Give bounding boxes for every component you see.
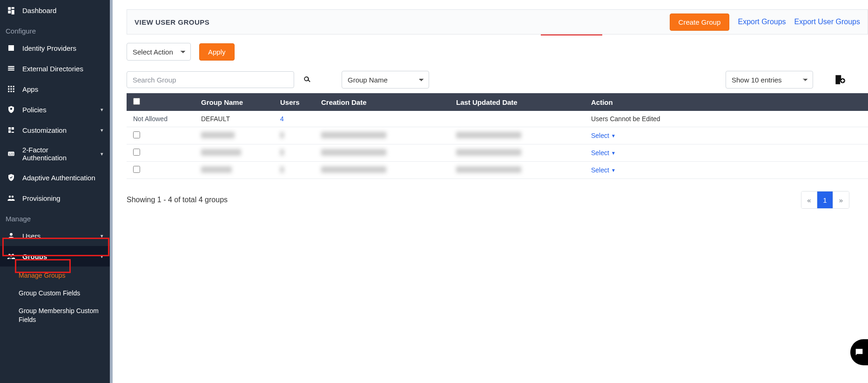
palette-icon bbox=[7, 125, 16, 135]
export-groups-link[interactable]: Export Groups bbox=[738, 18, 786, 26]
sidebar-item-external-directories[interactable]: External Directories bbox=[0, 58, 110, 79]
sidebar-label: Groups bbox=[22, 253, 47, 260]
action-toolbar: Select Action Apply bbox=[127, 43, 868, 61]
filter-row: Group Name Show 10 entries bbox=[127, 71, 868, 89]
table-row: Not Allowed DEFAULT 4 Users Cannot be Ed… bbox=[127, 111, 868, 127]
page-title: VIEW USER GROUPS bbox=[135, 18, 209, 26]
sidebar-label: Policies bbox=[22, 106, 47, 114]
th-last-updated[interactable]: Last Updated Date bbox=[451, 93, 586, 111]
th-users[interactable]: Users bbox=[276, 93, 316, 111]
caret-down-icon: ▼ bbox=[611, 133, 616, 138]
list-footer: Showing 1 - 4 of total 4 groups « 1 » bbox=[127, 191, 868, 209]
cell-not-allowed: Not Allowed bbox=[127, 111, 196, 127]
main-content: VIEW USER GROUPS Create Group Export Gro… bbox=[115, 0, 868, 209]
chevron-down-icon: ▾ bbox=[101, 107, 103, 113]
chat-fab[interactable] bbox=[850, 339, 868, 365]
header-actions: Create Group Export Groups Export User G… bbox=[670, 14, 860, 31]
row-action-select[interactable]: Select▼ bbox=[591, 149, 616, 157]
chevron-down-icon: ▾ bbox=[101, 151, 103, 157]
sidebar-item-2fa[interactable]: 123 2-Factor Authentication ▾ bbox=[0, 140, 110, 167]
list-icon bbox=[7, 64, 16, 73]
group-icon bbox=[7, 252, 16, 261]
sidebar-item-customization[interactable]: Customization ▾ bbox=[0, 120, 110, 140]
number-icon: 123 bbox=[7, 149, 16, 158]
users-icon bbox=[7, 193, 16, 203]
create-group-button[interactable]: Create Group bbox=[670, 14, 730, 31]
cell-users-link[interactable]: 4 bbox=[280, 115, 284, 123]
sidebar-label: External Directories bbox=[22, 65, 83, 73]
search-wrap bbox=[127, 71, 313, 88]
row-checkbox[interactable] bbox=[133, 131, 140, 138]
chevron-down-icon: ▾ bbox=[101, 253, 103, 260]
chevron-down-icon: ▾ bbox=[101, 233, 103, 239]
user-icon bbox=[7, 231, 16, 240]
group-name-filter-dropdown[interactable]: Group Name bbox=[342, 71, 429, 89]
table-row: Select▼ bbox=[127, 162, 868, 179]
sidebar-label: Users bbox=[22, 232, 40, 240]
row-checkbox[interactable] bbox=[133, 166, 140, 173]
sidebar-item-users[interactable]: Users ▾ bbox=[0, 226, 110, 246]
sidebar-label: Identity Providers bbox=[22, 44, 76, 52]
search-group-input[interactable] bbox=[127, 71, 294, 88]
sidebar-item-groups[interactable]: Groups ▾ bbox=[0, 246, 110, 267]
sidebar-label: 2-Factor Authentication bbox=[22, 146, 94, 162]
row-action-select[interactable]: Select▼ bbox=[591, 166, 616, 174]
sidebar-section-manage: Manage bbox=[0, 208, 110, 226]
id-badge-icon bbox=[7, 43, 16, 53]
redacted-created bbox=[321, 132, 386, 138]
redacted-created bbox=[321, 149, 386, 156]
sidebar-item-identity-providers[interactable]: Identity Providers bbox=[0, 38, 110, 58]
redacted-updated bbox=[456, 149, 521, 156]
sidebar-label: Customization bbox=[22, 126, 67, 134]
export-user-groups-link[interactable]: Export User Groups bbox=[794, 18, 860, 26]
pager-page-1[interactable]: 1 bbox=[817, 192, 833, 208]
row-action-select[interactable]: Select▼ bbox=[591, 132, 616, 139]
table-head: Group Name Users Creation Date Last Upda… bbox=[127, 93, 868, 111]
sidebar-item-policies[interactable]: Policies ▾ bbox=[0, 99, 110, 120]
sidebar-item-dashboard[interactable]: Dashboard bbox=[0, 0, 110, 21]
search-icon[interactable] bbox=[302, 74, 313, 85]
chevron-down-icon: ▾ bbox=[101, 127, 103, 133]
sidebar-subitem-group-membership-custom-fields[interactable]: Group Membership Custom Fields bbox=[0, 302, 110, 328]
caret-down-icon: ▼ bbox=[611, 150, 616, 156]
select-action-dropdown[interactable]: Select Action bbox=[127, 43, 191, 61]
select-all-checkbox[interactable] bbox=[133, 98, 140, 105]
th-creation-date[interactable]: Creation Date bbox=[316, 93, 451, 111]
entries-dropdown[interactable]: Show 10 entries bbox=[726, 71, 813, 89]
redacted-group-name bbox=[201, 132, 235, 138]
sidebar-label: Dashboard bbox=[22, 7, 56, 14]
sidebar-label: Adaptive Authentication bbox=[22, 174, 95, 182]
sidebar-section-configure: Configure bbox=[0, 21, 110, 38]
shield-search-icon bbox=[7, 105, 16, 114]
dashboard-icon bbox=[7, 6, 16, 15]
apply-button[interactable]: Apply bbox=[199, 43, 235, 61]
table-row: Select▼ bbox=[127, 144, 868, 162]
sidebar-label: Provisioning bbox=[22, 194, 61, 202]
sidebar: Dashboard Configure Identity Providers E… bbox=[0, 0, 113, 383]
showing-text: Showing 1 - 4 of total 4 groups bbox=[127, 196, 228, 204]
redacted-group-name bbox=[201, 149, 241, 156]
sidebar-subitem-group-custom-fields[interactable]: Group Custom Fields bbox=[0, 284, 110, 302]
th-action: Action bbox=[586, 93, 868, 111]
caret-down-icon: ▼ bbox=[611, 168, 616, 173]
row-checkbox[interactable] bbox=[133, 149, 140, 156]
cell-updated-date bbox=[451, 111, 586, 127]
redacted-created bbox=[321, 166, 386, 173]
grid-icon bbox=[7, 84, 16, 94]
redacted-group-name bbox=[201, 166, 232, 173]
sidebar-item-adaptive-auth[interactable]: Adaptive Authentication bbox=[0, 167, 110, 188]
redacted-updated bbox=[456, 166, 521, 173]
redacted-users bbox=[280, 149, 284, 156]
cell-group-name: DEFAULT bbox=[196, 111, 276, 127]
sidebar-item-provisioning[interactable]: Provisioning bbox=[0, 188, 110, 208]
th-group-name[interactable]: Group Name bbox=[196, 93, 276, 111]
redacted-updated bbox=[456, 132, 521, 138]
pager-next[interactable]: » bbox=[833, 192, 849, 208]
svg-text:123: 123 bbox=[8, 152, 14, 156]
pagination: « 1 » bbox=[801, 191, 849, 209]
sidebar-item-apps[interactable]: Apps bbox=[0, 79, 110, 99]
table-row: Select▼ bbox=[127, 127, 868, 144]
pager-prev[interactable]: « bbox=[801, 192, 817, 208]
sidebar-subitem-manage-groups[interactable]: Manage Groups bbox=[0, 267, 110, 284]
add-column-icon[interactable] bbox=[833, 73, 847, 87]
